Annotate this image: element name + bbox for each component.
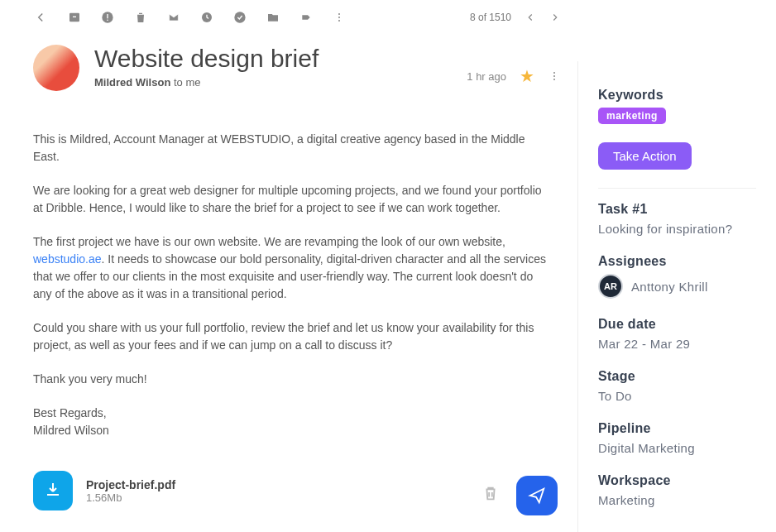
assignee[interactable]: AR Anttony Khrill xyxy=(598,274,756,299)
body-para: This is Mildred, Account Manager at WEBS… xyxy=(33,131,546,165)
workspace-title: Workspace xyxy=(598,473,756,488)
trash-icon[interactable] xyxy=(481,484,500,507)
duedate-value: Mar 22 - Mar 29 xyxy=(598,337,756,351)
assignee-name: Anttony Khrill xyxy=(631,280,708,294)
svg-point-10 xyxy=(553,72,555,74)
email-body: This is Mildred, Account Manager at WEBS… xyxy=(33,131,546,439)
delete-icon[interactable] xyxy=(134,11,147,24)
task-icon[interactable] xyxy=(233,11,247,24)
keyword-tag[interactable]: marketing xyxy=(598,108,666,124)
sidebar: Keywords marketing Take Action Task #1 L… xyxy=(577,61,776,532)
archive-icon[interactable] xyxy=(68,11,81,24)
to-name: me xyxy=(185,76,200,89)
website-link[interactable]: webstudio.ae xyxy=(33,252,102,266)
next-icon[interactable] xyxy=(549,12,561,23)
pdf-icon xyxy=(33,471,73,510)
keywords-title: Keywords xyxy=(598,88,756,103)
svg-point-8 xyxy=(338,17,340,18)
workspace-value: Marketing xyxy=(598,493,756,507)
duedate-title: Due date xyxy=(598,317,756,332)
spam-icon[interactable] xyxy=(101,11,114,24)
more-icon[interactable] xyxy=(333,11,346,24)
email-subject: Website design brief xyxy=(94,45,452,73)
attachment-name: Project-brief.pdf xyxy=(86,478,175,491)
label-icon[interactable] xyxy=(299,11,313,24)
assignees-title: Assignees xyxy=(598,254,756,269)
take-action-button[interactable]: Take Action xyxy=(598,142,692,170)
email-time: 1 hr ago xyxy=(467,70,506,83)
move-icon[interactable] xyxy=(266,11,280,24)
svg-point-11 xyxy=(553,75,555,77)
pipeline-title: Pipeline xyxy=(598,421,756,436)
snooze-icon[interactable] xyxy=(200,11,213,24)
from-name: Mildred Wilson xyxy=(94,76,170,89)
body-para: The first project we have is our own web… xyxy=(33,233,546,303)
body-para: We are looking for a great web designer … xyxy=(33,182,546,217)
body-signature: Best Regards, Mildred Wilson xyxy=(33,405,546,439)
attachment-size: 1.56Mb xyxy=(86,491,175,504)
email-toolbar: 8 of 1510 xyxy=(33,10,561,25)
svg-point-6 xyxy=(234,12,245,22)
svg-rect-4 xyxy=(107,20,108,21)
svg-rect-1 xyxy=(73,17,76,17)
task-value: Looking for inspiration? xyxy=(598,222,756,236)
avatar xyxy=(33,45,79,91)
mark-unread-icon[interactable] xyxy=(167,11,180,24)
svg-point-9 xyxy=(338,20,340,22)
stage-value: To Do xyxy=(598,389,756,403)
back-icon[interactable] xyxy=(33,10,48,25)
send-button[interactable] xyxy=(516,476,558,515)
prev-icon[interactable] xyxy=(525,12,536,23)
svg-point-12 xyxy=(553,79,555,80)
assignee-avatar: AR xyxy=(598,274,623,299)
page-counter: 8 of 1510 xyxy=(470,12,511,23)
svg-rect-3 xyxy=(107,14,108,18)
email-more-icon[interactable] xyxy=(548,69,561,83)
svg-point-7 xyxy=(338,13,340,15)
task-title: Task #1 xyxy=(598,202,756,217)
stage-title: Stage xyxy=(598,369,756,384)
email-from-line: Mildred Wilson to me xyxy=(94,76,452,89)
star-icon[interactable]: ★ xyxy=(520,66,534,86)
body-para: Thank you very much! xyxy=(33,371,546,388)
body-para: Could you share with us your full portfo… xyxy=(33,319,546,354)
pipeline-value: Digital Marketing xyxy=(598,441,756,455)
